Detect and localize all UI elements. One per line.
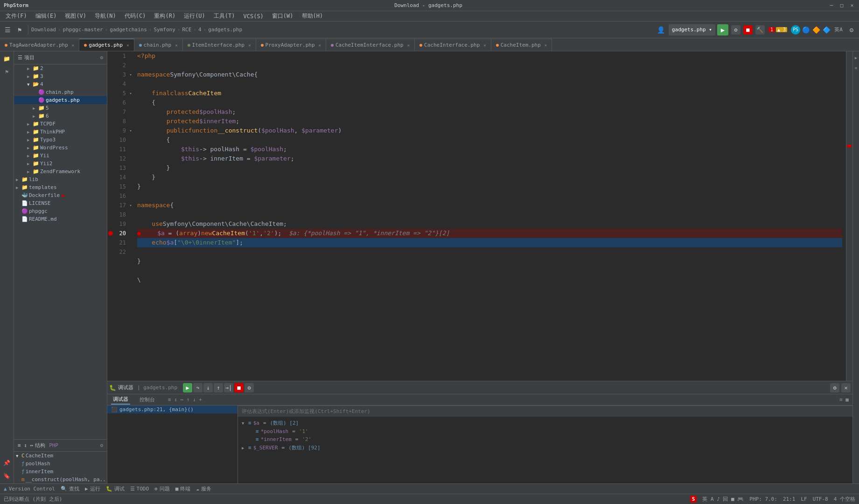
bp-area-10[interactable] <box>107 135 114 145</box>
debug-expression-input[interactable] <box>238 406 852 417</box>
bp-area-6[interactable] <box>107 98 114 107</box>
tree-item-tcpdf[interactable]: ▶ 📁 TCPDF <box>14 120 107 128</box>
bp-area-22[interactable] <box>107 247 114 257</box>
menu-run[interactable]: 运行(U) <box>180 11 209 21</box>
issues-item[interactable]: ⊕ 问题 <box>154 485 170 492</box>
left-bottom-btn1[interactable]: 📌 <box>1 457 13 469</box>
structure-construct[interactable]: m __construct(poolHash, pa... <box>14 476 107 483</box>
bookmarks-btn[interactable]: ⚑ <box>1 66 13 77</box>
bp-area-21[interactable] <box>107 238 114 247</box>
bc-symfony[interactable]: Symfony <box>154 27 175 33</box>
var-inneritem-row[interactable]: ≡ *innerItem = '2' <box>238 435 852 443</box>
expression-field[interactable] <box>242 408 849 414</box>
terminal-item[interactable]: ■ 终端 <box>175 485 191 492</box>
tree-item-4[interactable]: ▼ 📂 4 <box>14 80 107 88</box>
tree-item-templates[interactable]: ▶ 📁 templates <box>14 183 107 191</box>
translate-btn[interactable]: 英A <box>833 24 844 35</box>
tab-cacheiteminterface[interactable]: CacheItemInterface.php ✕ <box>326 39 415 51</box>
bp-area-13[interactable] <box>107 163 114 173</box>
search-everywhere-btn[interactable]: 👤 <box>656 24 667 35</box>
bc-gadgets[interactable]: gadgets.php <box>208 27 242 33</box>
project-btn[interactable]: ☰ <box>2 24 13 35</box>
tab-proxyadapter[interactable]: ProxyAdapter.php ✕ <box>256 39 326 51</box>
structure-poolhash[interactable]: ƒ poolHash <box>14 460 107 468</box>
left-bottom-btn2[interactable]: 🔖 <box>1 470 13 482</box>
bc-download[interactable]: Download <box>31 27 56 33</box>
tab-close[interactable]: ✕ <box>407 43 410 48</box>
bp-area-8[interactable] <box>107 117 114 126</box>
bp-area-20[interactable] <box>107 229 114 238</box>
editor-scrollbar[interactable] <box>846 51 852 381</box>
debug-panel-settings[interactable]: ⚙ <box>830 383 839 392</box>
menu-help[interactable]: 帮助(H) <box>298 11 327 21</box>
debug-step-over-btn[interactable]: ↷ <box>193 383 203 392</box>
run-item[interactable]: ▶ 运行 <box>85 485 100 492</box>
sidebar-gear[interactable]: ⚙ <box>100 55 103 61</box>
tree-item-5[interactable]: ▶ 📁 5 <box>14 104 107 112</box>
encoding-status[interactable]: UTF-8 <box>813 496 828 502</box>
debug-settings-btn[interactable]: ⚙ <box>244 383 254 392</box>
close-btn[interactable]: ✕ <box>849 2 855 9</box>
file-selector-btn[interactable]: gadgets.php ▾ <box>669 24 715 35</box>
fold-9[interactable]: ▾ <box>128 128 133 133</box>
var-a-row[interactable]: ▼ ≡ $a = (数组) [2] <box>238 419 852 427</box>
search-item[interactable]: 🔍 查找 <box>61 485 79 492</box>
debug-frame-active[interactable]: ⬛ gadgets.php:21, {main}() <box>107 406 237 413</box>
project-panel-btn[interactable]: 📁 <box>1 53 13 64</box>
tab-cacheitem[interactable]: CacheItem.php ✕ <box>491 39 552 51</box>
php-version[interactable]: PHP: 7.0: <box>749 496 777 502</box>
debug-tab-debugger[interactable]: 调试器 <box>111 395 130 405</box>
bp-area-7[interactable] <box>107 107 114 117</box>
services-item[interactable]: ☁ 服务 <box>196 485 211 492</box>
bp-area-15[interactable] <box>107 182 114 191</box>
tree-item-dockerfile[interactable]: ▶ 🐳 Dockerfile ● <box>14 191 107 199</box>
tab-tagawareadapter[interactable]: TagAwareAdapter.php ✕ <box>0 39 79 51</box>
bp-area-1[interactable] <box>107 51 114 61</box>
debug-panel-close[interactable]: ✕ <box>841 383 851 392</box>
debug-item[interactable]: 🐛 调试 <box>106 485 125 492</box>
tree-item-readme[interactable]: ▶ 📄 README.md <box>14 215 107 223</box>
window-controls[interactable]: ─ □ ✕ <box>828 2 855 9</box>
right-btn-2[interactable]: ≡ <box>853 63 859 73</box>
line-col-status[interactable]: 21:1 <box>783 496 796 502</box>
minimize-btn[interactable]: ─ <box>828 2 835 9</box>
tree-item-2[interactable]: ▶ 📁 2 <box>14 64 107 72</box>
tab-close[interactable]: ✕ <box>72 43 74 48</box>
debug-stop-btn[interactable]: ■ <box>234 383 244 392</box>
debug-controls[interactable]: ▶ ↷ ↓ ↑ →| ■ ⚙ <box>183 383 254 392</box>
tree-item-license[interactable]: ▶ 📄 LICENSE <box>14 199 107 207</box>
structure-class[interactable]: ▼ C CacheItem <box>14 452 107 460</box>
tab-close[interactable]: ✕ <box>248 43 251 48</box>
bp-area-5[interactable] <box>107 89 114 98</box>
tree-item-yii2[interactable]: ▶ 📁 Yii2 <box>14 160 107 168</box>
maximize-btn[interactable]: □ <box>838 2 845 9</box>
bp-area-12[interactable] <box>107 154 114 163</box>
tree-item-3[interactable]: ▶ 📁 3 <box>14 72 107 80</box>
var-server-row[interactable]: ▶ ≡ $_SERVER = (数组) [92] <box>238 443 852 452</box>
tab-cacheinterface[interactable]: CacheInterface.php ✕ <box>415 39 491 51</box>
tree-item-phpggc[interactable]: ▶ 🟣 phpggc <box>14 207 107 215</box>
bc-rce[interactable]: RCE <box>182 27 191 33</box>
tab-close[interactable]: ✕ <box>483 43 486 48</box>
tab-chain[interactable]: chain.php ✕ <box>134 39 183 51</box>
bp-area-3[interactable] <box>107 70 114 79</box>
tree-item-typo3[interactable]: ▶ 📁 Typo3 <box>14 136 107 144</box>
bc-gadgetchains[interactable]: gadgetchains <box>110 27 147 33</box>
tab-iteminterface[interactable]: ItemInterface.php ✕ <box>183 39 256 51</box>
menu-code[interactable]: 代码(C) <box>121 11 150 21</box>
fold-3[interactable]: ▾ <box>128 72 133 77</box>
debug-run-btn[interactable]: ⚙ <box>731 25 740 35</box>
tree-item-lib[interactable]: ▶ 📁 lib <box>14 175 107 183</box>
debug-step-out-btn[interactable]: ↑ <box>214 383 223 392</box>
fold-17[interactable]: ▾ <box>128 203 133 208</box>
tab-gadgets[interactable]: gadgets.php ✕ <box>79 39 134 51</box>
menu-edit[interactable]: 编辑(E) <box>32 11 61 21</box>
structure-inneritem[interactable]: ƒ innerItem <box>14 468 107 476</box>
tab-close[interactable]: ✕ <box>175 43 177 48</box>
run-btn[interactable]: ▶ <box>717 24 728 35</box>
translate-status[interactable]: 英 A ♪ 回 ■ 🎮 <box>702 496 744 503</box>
tree-item-yii[interactable]: ▶ 📁 Yii <box>14 152 107 160</box>
right-btn-1[interactable]: ▶ <box>853 53 859 63</box>
bp-area-14[interactable] <box>107 173 114 182</box>
bp-area-2[interactable] <box>107 61 114 70</box>
